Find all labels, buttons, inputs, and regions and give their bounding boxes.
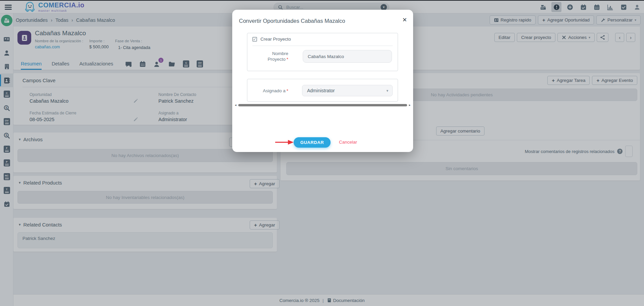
project-name-label: Nombre Proyecto* xyxy=(248,51,288,62)
cancel-link[interactable]: Cancelar xyxy=(339,140,357,145)
create-project-label: Crear Proyecto xyxy=(260,37,291,42)
project-name-input[interactable] xyxy=(303,50,392,63)
modal-title: Convertir Oportunidades Cabañas Mazalco xyxy=(239,18,345,24)
required-asterisk: * xyxy=(287,88,288,93)
checkbox-checked-icon[interactable]: ✓ xyxy=(252,37,257,42)
required-asterisk: * xyxy=(287,57,288,62)
scrollbar-thumb[interactable] xyxy=(238,104,407,106)
create-project-fieldset: ✓ Crear Proyecto Nombre Proyecto* xyxy=(247,33,398,71)
app-window: COMERCIA.io master multitask ▾ xyxy=(0,0,644,306)
divider xyxy=(252,46,393,46)
modal-horizontal-scrollbar[interactable]: ◄ ► xyxy=(234,103,411,107)
assigned-fieldset: Asignado a* Administrator ▾ xyxy=(247,79,398,102)
caret-down-icon: ▾ xyxy=(386,89,388,93)
assigned-to-select[interactable]: Administrator ▾ xyxy=(302,85,393,96)
convert-opportunity-modal: Convertir Oportunidades Cabañas Mazalco … xyxy=(232,10,413,152)
save-button[interactable]: GUARDAR xyxy=(294,137,331,148)
create-project-checkbox-row[interactable]: ✓ Crear Proyecto xyxy=(252,37,291,42)
assigned-to-label: Asignado a* xyxy=(248,88,288,94)
annotation-arrow xyxy=(275,139,294,145)
scroll-right-icon[interactable]: ► xyxy=(408,104,411,107)
close-icon[interactable]: ✕ xyxy=(402,16,407,23)
scroll-left-icon[interactable]: ◄ xyxy=(234,104,237,107)
